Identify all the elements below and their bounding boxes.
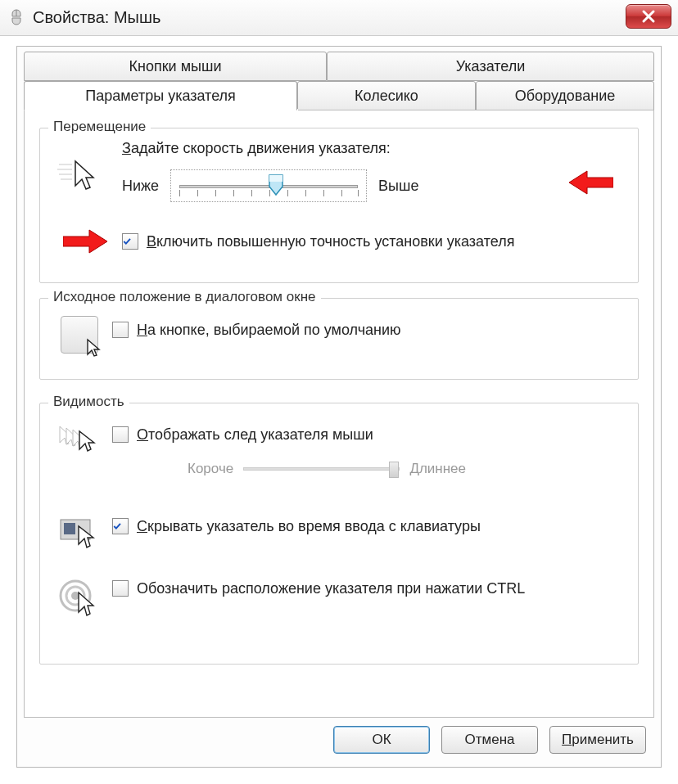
tab-panel: Перемещение Задайте скорость движения ук… [24, 110, 654, 718]
pointer-speed-slider-row: Ниже Выше [122, 168, 540, 204]
mouse-icon [7, 8, 26, 28]
annotation-arrow-precision [63, 228, 109, 255]
pointer-trail-checkbox[interactable] [112, 426, 129, 443]
motion-cursor-icon [55, 153, 104, 199]
cancel-button[interactable]: Отмена [441, 726, 538, 754]
hide-typing-row: Скрывать указатель во время ввода с клав… [112, 516, 623, 536]
pointer-trail-slider: Короче Длиннее [188, 461, 466, 477]
annotation-arrow-speed [567, 169, 613, 196]
ctrl-locate-icon [55, 575, 104, 621]
group-motion-label: Перемещение [48, 119, 151, 135]
group-visibility: Видимость Отображать след указат [39, 403, 639, 665]
snap-to-label: На кнопке, выбираемой по умолчанию [137, 320, 401, 340]
slider-thumb-icon[interactable] [268, 173, 284, 196]
hide-typing-label: Скрывать указатель во время ввода с клав… [137, 516, 481, 536]
group-visibility-label: Видимость [48, 394, 129, 410]
titlebar: Свойства: Мышь [0, 0, 678, 36]
close-button[interactable] [626, 4, 671, 29]
ok-button[interactable]: ОК [333, 726, 430, 754]
hide-typing-icon [55, 510, 104, 556]
pointer-trail-label: Отображать след указателя мыши [137, 425, 373, 444]
pointer-trail-icon [55, 420, 104, 466]
hide-typing-checkbox[interactable] [112, 518, 129, 534]
window-title: Свойства: Мышь [33, 8, 160, 27]
snap-to-icon [55, 312, 104, 358]
snap-to-row: На кнопке, выбираемой по умолчанию [112, 320, 623, 340]
trail-short-label: Короче [188, 461, 233, 477]
tabstrip: Кнопки мыши Указатели Параметры указател… [17, 47, 661, 109]
enhance-precision-row: Включить повышенную точность установки у… [122, 232, 623, 251]
pointer-speed-slider[interactable] [170, 169, 367, 202]
slider-fast-label: Выше [378, 178, 418, 195]
properties-window: Свойства: Мышь Кнопки мыши Указатели Пар… [0, 0, 678, 784]
tab-pointer-options[interactable]: Параметры указателя [24, 81, 297, 110]
group-snap: Исходное положение в диалоговом окне На … [39, 298, 639, 380]
enhance-precision-label: Включить повышенную точность установки у… [147, 232, 514, 251]
snap-to-checkbox[interactable] [112, 322, 129, 338]
trail-slider-thumb [389, 462, 399, 478]
group-motion: Перемещение Задайте скорость движения ук… [39, 128, 639, 283]
ctrl-locate-row: Обозначить расположение указателя при на… [112, 579, 623, 598]
ctrl-locate-checkbox[interactable] [112, 580, 129, 597]
apply-button[interactable]: Применить [549, 726, 646, 754]
pointer-speed-label: Задайте скорость движения указателя: [122, 140, 391, 157]
trail-long-label: Длиннее [409, 461, 466, 477]
dialog-footer: ОК Отмена Применить [24, 723, 654, 757]
tab-buttons[interactable]: Кнопки мыши [24, 52, 327, 81]
tab-wheel[interactable]: Колесико [297, 81, 476, 110]
slider-slow-label: Ниже [122, 178, 159, 195]
group-snap-label: Исходное положение в диалоговом окне [48, 289, 321, 305]
ctrl-locate-label: Обозначить расположение указателя при на… [137, 579, 525, 598]
pointer-trail-row: Отображать след указателя мыши [112, 425, 623, 444]
dialog-frame: Кнопки мыши Указатели Параметры указател… [16, 46, 662, 768]
tab-hardware[interactable]: Оборудование [476, 81, 654, 110]
enhance-precision-checkbox[interactable] [122, 233, 138, 250]
tab-pointers[interactable]: Указатели [327, 52, 654, 81]
close-icon [641, 9, 656, 24]
svg-rect-6 [64, 523, 75, 534]
